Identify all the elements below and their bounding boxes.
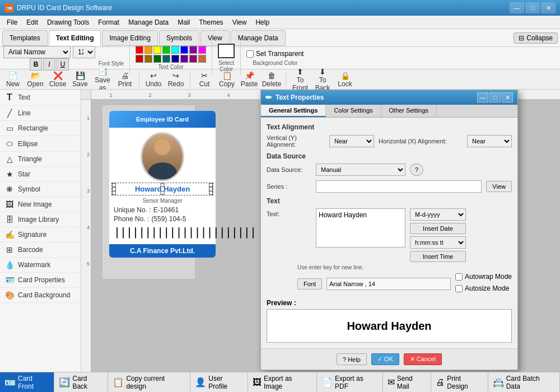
dialog-minimize-btn[interactable]: —	[477, 92, 488, 102]
to-back-button[interactable]: ⬇ To Back	[312, 71, 333, 88]
print-button[interactable]: 🖨 Print	[114, 71, 136, 88]
dialog-tab-general[interactable]: General Settings	[261, 105, 326, 117]
redo-button[interactable]: ↪ Redo	[165, 71, 186, 88]
insert-time-btn[interactable]: Insert Time	[410, 251, 466, 262]
help-source-btn[interactable]: ?	[410, 164, 423, 176]
set-transparent-checkbox[interactable]	[246, 50, 254, 58]
bottom-copy-design[interactable]: 📋 Copy current design	[108, 372, 190, 393]
color-magenta[interactable]	[198, 46, 206, 54]
cut-button[interactable]: ✂ Cut	[194, 71, 215, 88]
maximize-button[interactable]: □	[525, 2, 540, 13]
color-dark-purple[interactable]	[180, 55, 188, 63]
bottom-card-back[interactable]: 🔄 Card Back	[54, 372, 108, 393]
tab-manage-data[interactable]: Manage Data	[231, 30, 286, 46]
id-card[interactable]: Employee ID Card	[109, 111, 216, 258]
color-teal[interactable]	[162, 55, 170, 63]
cancel-btn[interactable]: ✕ Cancel	[404, 353, 442, 365]
series-input[interactable]	[316, 180, 482, 193]
close-button[interactable]: ✕	[541, 2, 556, 13]
menu-edit[interactable]: Edit	[22, 17, 43, 27]
menu-mail[interactable]: Mail	[173, 17, 194, 27]
text-textarea[interactable]: Howard Hayden	[316, 208, 405, 248]
tab-templates[interactable]: Templates	[2, 30, 48, 46]
left-panel-item-new-image[interactable]: 🖼 New Image	[0, 197, 81, 212]
left-panel-item-symbol[interactable]: ❋ Symbol	[0, 182, 81, 197]
menu-format[interactable]: Format	[94, 17, 124, 27]
tab-symbols[interactable]: Symbols	[159, 30, 199, 46]
color-green[interactable]	[162, 46, 170, 54]
menu-drawing-tools[interactable]: Drawing Tools	[43, 17, 94, 27]
menu-view[interactable]: View	[228, 17, 251, 27]
data-source-select[interactable]: Manual Database	[316, 164, 405, 176]
font-size-select[interactable]: 12	[73, 46, 95, 58]
autowrap-checkbox[interactable]	[455, 273, 463, 281]
save-button[interactable]: 💾 Save	[69, 71, 91, 88]
color-blue[interactable]	[180, 46, 188, 54]
bottom-print-design[interactable]: 🖨 Print Design	[431, 372, 488, 393]
menu-file[interactable]: File	[2, 17, 22, 27]
dialog-close-btn[interactable]: ✕	[502, 92, 513, 102]
left-panel-item-watermark[interactable]: 💧 Watermark	[0, 258, 81, 273]
color-cyan[interactable]	[171, 46, 179, 54]
paste-button[interactable]: 📌 Paste	[239, 71, 260, 88]
left-panel-item-rectangle[interactable]: ▭ Rectangle	[0, 121, 81, 136]
left-panel-item-line[interactable]: ╱ Line	[0, 106, 81, 121]
menu-themes[interactable]: Themes	[194, 17, 227, 27]
new-button[interactable]: 📄 New	[2, 71, 24, 88]
color-red[interactable]	[136, 46, 143, 54]
copy-button[interactable]: 📋 Copy	[216, 71, 237, 88]
underline-button[interactable]: U	[57, 58, 69, 71]
insert-date-btn[interactable]: Insert Date	[410, 223, 466, 234]
bottom-export-pdf[interactable]: 📄 Export as PDF	[317, 372, 383, 393]
left-panel-item-star[interactable]: ★ Star	[0, 167, 81, 182]
left-panel-item-image-library[interactable]: 🗄 Image Library	[0, 212, 81, 227]
tab-image-editing[interactable]: Image Editing	[102, 30, 157, 46]
tab-text-editing[interactable]: Text Editing	[49, 30, 101, 46]
color-sienna[interactable]	[198, 55, 206, 63]
menu-manage-data[interactable]: Manage Data	[124, 17, 173, 27]
date-format-select[interactable]: M-d-yyyy	[410, 208, 466, 221]
to-front-button[interactable]: ⬆ To Front	[290, 71, 311, 88]
italic-button[interactable]: I	[43, 58, 55, 71]
color-maroon[interactable]	[189, 55, 197, 63]
dialog-tab-color[interactable]: Color Settings	[326, 105, 381, 117]
time-format-select[interactable]: h:mm:ss tt	[410, 236, 466, 249]
color-yellow[interactable]	[153, 46, 161, 54]
undo-button[interactable]: ↩ Undo	[143, 71, 164, 88]
open-button[interactable]: 📂 Open	[25, 71, 46, 88]
view-btn[interactable]: View	[486, 181, 512, 192]
color-purple[interactable]	[189, 46, 197, 54]
color-preview[interactable]	[218, 44, 235, 58]
left-panel-item-triangle[interactable]: △ Triangle	[0, 152, 81, 167]
left-panel-item-barcode[interactable]: ⊞ Barcode	[0, 242, 81, 258]
left-panel-item-signature[interactable]: ✍ Signature	[0, 227, 81, 242]
lock-button[interactable]: 🔒 Lock	[334, 71, 356, 88]
close-button-action[interactable]: ❌ Close	[47, 71, 68, 88]
font-select-btn[interactable]: Font	[297, 278, 322, 290]
vertical-align-select[interactable]: Near Center Far	[329, 135, 374, 147]
bottom-send-mail[interactable]: ✉ Send Mail	[383, 372, 432, 393]
left-panel-item-card-properties[interactable]: 🪪 Card Properties	[0, 273, 81, 288]
dialog-tab-other[interactable]: Other Settings	[381, 105, 437, 117]
font-name-select[interactable]: Arial Narrow	[3, 46, 71, 58]
left-panel-item-ellipse[interactable]: ⬭ Ellipse	[0, 136, 81, 152]
bottom-card-batch[interactable]: 📇 Card Batch Data	[488, 372, 560, 393]
minimize-button[interactable]: —	[510, 2, 524, 13]
bottom-export-image[interactable]: 🖼 Export as Image	[248, 372, 317, 393]
bold-button[interactable]: B	[30, 58, 42, 71]
bottom-card-front[interactable]: 🪪 Card Front	[0, 372, 54, 393]
save-as-button[interactable]: 📑 Save as	[92, 71, 113, 88]
color-orange[interactable]	[144, 46, 152, 54]
color-navy[interactable]	[171, 55, 179, 63]
autosize-checkbox[interactable]	[455, 285, 463, 292]
left-panel-item-text[interactable]: T Text	[0, 90, 81, 106]
menu-help[interactable]: Help	[251, 17, 274, 27]
left-panel-item-card-background[interactable]: 🎨 Card Background	[0, 288, 81, 303]
color-dark-red[interactable]	[136, 55, 143, 63]
delete-button[interactable]: 🗑 Delete	[261, 71, 282, 88]
color-dark-green[interactable]	[153, 55, 161, 63]
color-brown[interactable]	[144, 55, 152, 63]
collapse-button[interactable]: ⊟ Collapse	[514, 32, 558, 44]
ok-btn[interactable]: ✓ OK	[371, 353, 399, 365]
bottom-user-profile[interactable]: 👤 User Profile	[190, 372, 248, 393]
